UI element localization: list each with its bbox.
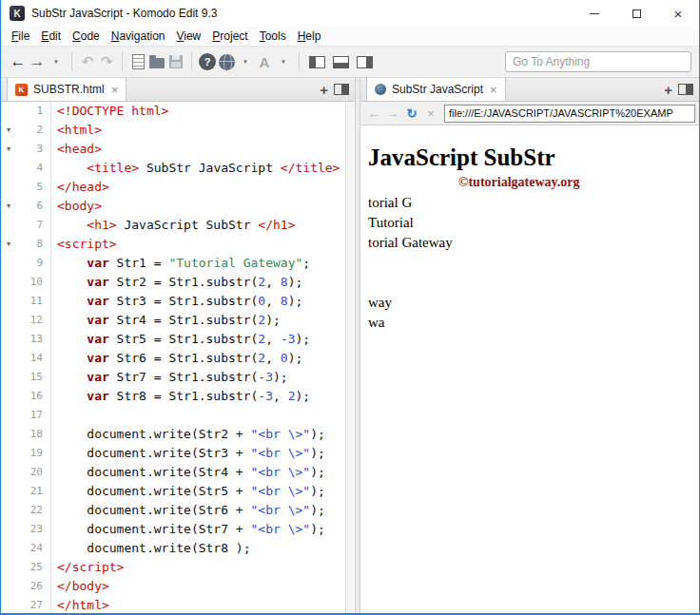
line-number: 21: [16, 482, 50, 501]
code-line-20[interactable]: document.write(Str4 + "<br \>");: [57, 463, 345, 482]
code-line-6[interactable]: <body>: [57, 197, 345, 216]
code-line-15[interactable]: var Str7 = Str1.substr(-3);: [57, 368, 345, 387]
code-line-24[interactable]: document.write(Str8 );: [57, 539, 345, 558]
fold-spacer: [1, 577, 16, 596]
back-button[interactable]: ←: [9, 49, 28, 74]
code-line-1[interactable]: <!DOCTYPE html>: [57, 102, 345, 121]
menu-edit[interactable]: Edit: [35, 28, 67, 45]
browser-back-button[interactable]: ←: [364, 106, 383, 121]
code-line-12[interactable]: var Str4 = Str1.substr(2);: [57, 311, 345, 330]
save-button[interactable]: [166, 49, 185, 74]
maximize-button[interactable]: [615, 0, 657, 27]
tab-close-icon[interactable]: ×: [490, 84, 497, 96]
toggle-bottom-pane-button[interactable]: [329, 49, 353, 74]
code-token: ,: [273, 389, 288, 403]
toggle-right-pane-button[interactable]: [353, 49, 377, 74]
fold-arrow-icon[interactable]: ▼: [1, 121, 16, 140]
url-bar[interactable]: file:///E:/JAVASCRIPT/JAVASCRIPT%20EXAMP: [444, 105, 695, 123]
menu-project[interactable]: Project: [206, 28, 253, 45]
code-line-5[interactable]: </head>: [57, 178, 345, 197]
code-line-17[interactable]: [57, 406, 345, 425]
browser-forward-button[interactable]: →: [383, 106, 402, 121]
menu-help[interactable]: Help: [292, 28, 327, 45]
split-view-icon[interactable]: [334, 84, 349, 95]
code-token: <title>: [87, 161, 139, 175]
code-line-21[interactable]: document.write(Str5 + "<br \>");: [57, 482, 345, 501]
code-line-7[interactable]: <h1> JavaScript SubStr </h1>: [57, 216, 345, 235]
code-token: );: [310, 446, 325, 460]
menu-file[interactable]: File: [6, 28, 35, 45]
code-line-8[interactable]: <script>: [57, 235, 345, 254]
code-token: 8: [281, 275, 288, 289]
close-button[interactable]: ×: [657, 0, 699, 27]
fold-spacer: [1, 292, 16, 311]
menu-navigation[interactable]: Navigation: [106, 28, 171, 45]
code-line-16[interactable]: var Str8 = Str1.substr(-3, 2);: [57, 387, 345, 406]
font-dropdown[interactable]: ▼: [274, 49, 293, 74]
help-button[interactable]: ?: [198, 49, 217, 74]
browser-refresh-button[interactable]: ↻: [402, 106, 421, 121]
code-editor[interactable]: 1▼2▼345▼67▼89101112131415161718192021222…: [1, 102, 355, 613]
tab-substr-preview[interactable]: SubStr JavaScript ×: [366, 78, 506, 101]
code-line-23[interactable]: document.write(Str7 + "<br \>");: [57, 520, 345, 539]
fold-arrow-icon[interactable]: ▼: [1, 197, 16, 216]
split-view-icon[interactable]: [678, 84, 693, 95]
code-line-4[interactable]: <title> SubStr JavaScript </title>: [57, 159, 345, 178]
minimize-button[interactable]: [574, 0, 615, 27]
code-line-10[interactable]: var Str2 = Str1.substr(2, 8);: [57, 273, 345, 292]
history-dropdown[interactable]: ▼: [47, 49, 66, 74]
code-line-22[interactable]: document.write(Str6 + "<br \>");: [57, 501, 345, 520]
open-file-button[interactable]: [147, 49, 166, 74]
font-button[interactable]: A: [255, 49, 274, 74]
code-line-13[interactable]: var Str5 = Str1.substr(2, -3);: [57, 330, 345, 349]
code-line-19[interactable]: document.write(Str3 + "<br \>");: [57, 444, 345, 463]
code-line-11[interactable]: var Str3 = Str1.substr(0, 8);: [57, 292, 345, 311]
code-token: Str6 = Str1.substr(: [109, 351, 259, 365]
code-line-18[interactable]: document.write(Str2 + "<br \>");: [57, 425, 345, 444]
code-line-2[interactable]: <html>: [57, 121, 345, 140]
editor-pane: K SUBSTR.html × + 1▼2▼345▼67▼89101112131…: [1, 78, 355, 613]
menu-tools[interactable]: Tools: [254, 28, 292, 45]
code-line-9[interactable]: var Str1 = "Tutorial Gateway";: [57, 254, 345, 273]
code-line-27[interactable]: </html>: [57, 596, 345, 613]
new-tab-button[interactable]: +: [314, 82, 334, 98]
gutter-row: ▼3: [1, 140, 50, 159]
menu-code[interactable]: Code: [67, 28, 106, 45]
code-token: ,: [265, 275, 281, 289]
code-token: [57, 351, 87, 365]
menu-view[interactable]: View: [170, 28, 206, 45]
browser-content: JavaScript SubStr ©tutorialgateway.org t…: [360, 125, 699, 613]
code-token: </head>: [57, 180, 109, 194]
fold-arrow-icon[interactable]: ▼: [1, 140, 16, 159]
code-column[interactable]: <!DOCTYPE html><html><head> <title> SubS…: [50, 102, 345, 613]
code-line-3[interactable]: <head>: [57, 140, 345, 159]
code-line-26[interactable]: </body>: [57, 577, 345, 596]
output-line: [368, 273, 695, 293]
code-token: ,: [265, 294, 281, 308]
komodo-app-icon: K: [10, 6, 25, 21]
fold-arrow-icon[interactable]: ▼: [1, 235, 16, 254]
code-line-14[interactable]: var Str6 = Str1.substr(2, 0);: [57, 349, 345, 368]
redo-button[interactable]: ↷: [97, 49, 116, 74]
fold-spacer: [1, 159, 16, 178]
editor-scrollbar[interactable]: [345, 102, 355, 613]
line-number: 5: [16, 178, 50, 197]
forward-button[interactable]: →: [28, 49, 47, 74]
fold-spacer: [1, 539, 16, 558]
tab-substr-html[interactable]: K SUBSTR.html ×: [7, 78, 126, 101]
toggle-left-pane-button[interactable]: [305, 49, 329, 74]
tab-close-icon[interactable]: ×: [111, 84, 119, 96]
code-token: SubStr JavaScript: [139, 161, 281, 175]
new-tab-button[interactable]: +: [658, 82, 678, 98]
code-token: 0: [258, 294, 265, 308]
browser-stop-button[interactable]: ×: [421, 106, 440, 121]
line-number: 14: [16, 349, 50, 368]
code-token: );: [310, 465, 325, 479]
preview-browser-button[interactable]: [217, 49, 236, 74]
gutter-row: 14: [1, 349, 50, 368]
undo-button[interactable]: ↶: [78, 49, 97, 74]
go-to-anything-input[interactable]: [505, 51, 691, 72]
code-line-25[interactable]: </script>: [57, 558, 345, 577]
preview-dropdown[interactable]: ▼: [236, 49, 255, 74]
new-file-button[interactable]: [128, 49, 147, 74]
